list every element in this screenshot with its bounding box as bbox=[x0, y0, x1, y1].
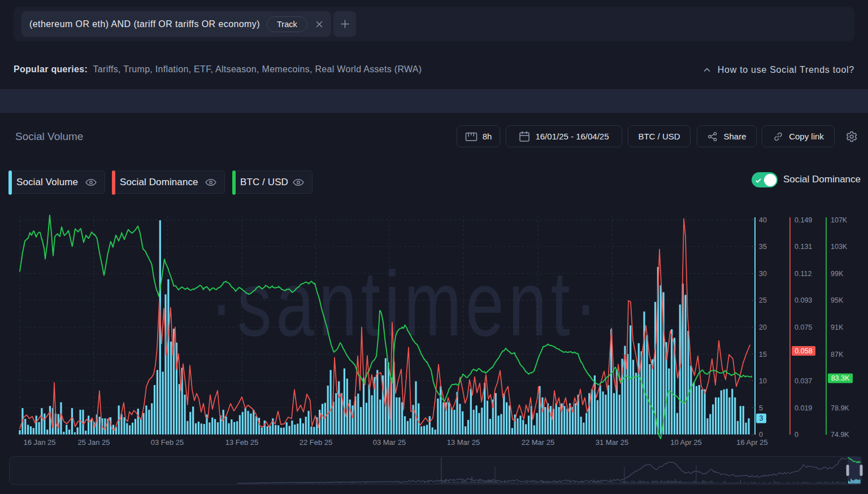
svg-text:13 Feb 25: 13 Feb 25 bbox=[225, 438, 259, 447]
svg-text:10: 10 bbox=[759, 377, 767, 385]
svg-text:0.037: 0.037 bbox=[795, 377, 812, 385]
svg-text:20: 20 bbox=[759, 323, 767, 331]
svg-text:35: 35 bbox=[759, 243, 767, 251]
svg-text:30: 30 bbox=[759, 270, 767, 278]
svg-text:3: 3 bbox=[760, 414, 763, 422]
svg-text:31 Mar 25: 31 Mar 25 bbox=[596, 438, 629, 447]
svg-text:5: 5 bbox=[759, 404, 763, 412]
svg-text:03 Feb 25: 03 Feb 25 bbox=[151, 438, 184, 447]
svg-text:0.112: 0.112 bbox=[795, 270, 811, 278]
svg-text:87K: 87K bbox=[831, 351, 844, 359]
svg-text:0.058: 0.058 bbox=[795, 347, 812, 355]
svg-text:15: 15 bbox=[759, 351, 767, 359]
svg-text:22 Feb 25: 22 Feb 25 bbox=[300, 438, 333, 447]
svg-text:91K: 91K bbox=[831, 323, 844, 331]
svg-text:0.075: 0.075 bbox=[795, 323, 812, 331]
svg-text:103K: 103K bbox=[831, 243, 848, 251]
svg-text:13 Mar 25: 13 Mar 25 bbox=[447, 438, 480, 447]
svg-text:74.9K: 74.9K bbox=[831, 431, 849, 439]
svg-text:99K: 99K bbox=[831, 270, 844, 278]
svg-text:22 Mar 25: 22 Mar 25 bbox=[522, 438, 555, 447]
svg-text:107K: 107K bbox=[831, 216, 848, 224]
svg-text:95K: 95K bbox=[831, 296, 844, 304]
svg-text:25: 25 bbox=[759, 296, 767, 304]
svg-text:·santiment·: ·santiment· bbox=[210, 252, 602, 356]
svg-text:0.093: 0.093 bbox=[795, 296, 812, 304]
svg-text:16 Jan 25: 16 Jan 25 bbox=[23, 438, 55, 447]
svg-text:0: 0 bbox=[795, 431, 798, 439]
svg-text:10 Apr 25: 10 Apr 25 bbox=[670, 438, 702, 447]
svg-text:16 Apr 25: 16 Apr 25 bbox=[736, 438, 768, 447]
svg-text:40: 40 bbox=[759, 216, 767, 224]
svg-text:0.019: 0.019 bbox=[795, 404, 812, 412]
svg-text:83.3K: 83.3K bbox=[831, 374, 850, 382]
svg-text:78.9K: 78.9K bbox=[831, 404, 849, 412]
svg-text:0.149: 0.149 bbox=[795, 216, 812, 224]
svg-text:0.131: 0.131 bbox=[795, 243, 812, 251]
svg-text:03 Mar 25: 03 Mar 25 bbox=[373, 438, 406, 447]
svg-text:25 Jan 25: 25 Jan 25 bbox=[77, 438, 110, 447]
